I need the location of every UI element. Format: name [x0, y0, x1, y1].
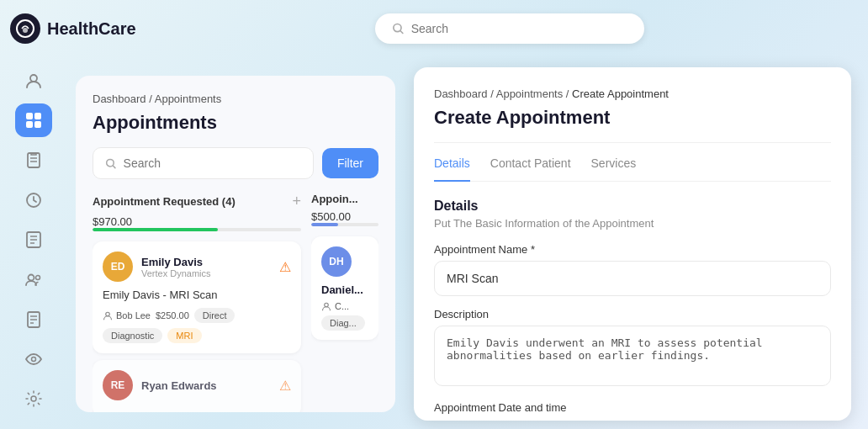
- breadcrumb-dashboard[interactable]: Dashboard: [93, 93, 146, 105]
- avatar-ryan: RE: [103, 370, 133, 400]
- sidebar-icon-settings[interactable]: [15, 383, 52, 416]
- create-breadcrumb: Dashboard / Appointments / Create Appoin…: [434, 87, 831, 100]
- add-appointment-button[interactable]: +: [292, 193, 301, 210]
- appointments-panel: Dashboard / Appointments Appointments Fi…: [76, 76, 395, 412]
- sidebar-icon-contacts[interactable]: [15, 263, 52, 296]
- sidebar-icon-notes[interactable]: [15, 223, 52, 256]
- column-header-second: Appoin...: [311, 193, 378, 205]
- app-name: HealthCare: [47, 19, 136, 39]
- svg-point-25: [106, 312, 110, 316]
- column-title-second: Appoin...: [311, 193, 358, 205]
- column-amount-requested: $970.00: [93, 215, 301, 228]
- appointment-name-input[interactable]: [434, 261, 831, 296]
- filter-button[interactable]: Filter: [322, 148, 378, 178]
- search-filter-row: Filter: [93, 147, 378, 179]
- svg-point-21: [32, 357, 36, 361]
- svg-rect-3: [26, 113, 33, 119]
- top-search-box: [375, 13, 644, 44]
- column-header-requested: Appointment Requested (4) +: [93, 193, 301, 210]
- svg-point-16: [36, 276, 40, 280]
- breadcrumb: Dashboard / Appointments: [93, 93, 378, 105]
- card-tag-pills: Diagnostic MRI: [103, 328, 291, 343]
- top-search-input[interactable]: [411, 22, 627, 35]
- top-search-area: [168, 13, 851, 44]
- card-tags-emily: Bob Lee $250.00 Direct: [103, 308, 291, 323]
- card-detail-emily: Emily Davis - MRI Scan: [103, 289, 291, 301]
- appointments-search-input[interactable]: [124, 156, 301, 170]
- tag-amount: $250.00: [156, 310, 189, 320]
- warning-icon-ryan: ⚠: [279, 378, 291, 394]
- details-section-title: Details: [434, 199, 831, 214]
- logo-icon: [10, 13, 40, 44]
- svg-point-26: [325, 303, 329, 307]
- appointment-card-emily[interactable]: ED Emily Davis Vertex Dynamics ⚠ Emily D…: [93, 241, 301, 353]
- tab-details[interactable]: Details: [434, 156, 470, 182]
- appointment-card-ryan[interactable]: RE Ryan Edwards ⚠: [93, 360, 301, 412]
- sidebar-icon-clipboard[interactable]: [15, 144, 52, 177]
- progress-bar-second: [311, 223, 378, 226]
- tag-mri: MRI: [167, 328, 201, 343]
- svg-point-2: [30, 75, 37, 82]
- tag-diag-partial: Diag...: [321, 315, 368, 330]
- appointments-title: Appointments: [93, 112, 378, 134]
- progress-fill-second: [311, 223, 338, 226]
- svg-rect-6: [34, 121, 41, 128]
- card-name-emily: Emily Davis: [141, 256, 211, 268]
- tag-type: Direct: [194, 308, 236, 323]
- svg-point-22: [31, 396, 36, 401]
- sidebar-icon-appointments[interactable]: [15, 103, 52, 136]
- appointment-name-label: Appointment Name *: [434, 243, 831, 256]
- avatar-daniel: DH: [321, 246, 352, 277]
- appointments-columns: Appointment Requested (4) + $970.00 ED E…: [93, 193, 378, 412]
- column-amount-second: $500.00: [311, 210, 378, 223]
- create-title: Create Appointment: [434, 107, 831, 143]
- progress-bar-requested: [93, 228, 301, 231]
- card-name-ryan: Ryan Edwards: [141, 379, 217, 392]
- card-name-area-ryan: Ryan Edwards: [141, 379, 217, 392]
- create-breadcrumb-appointments[interactable]: Appointments: [496, 87, 564, 100]
- tag-person: Bob Lee: [103, 310, 151, 320]
- card-company-emily: Vertex Dynamics: [141, 268, 211, 278]
- breadcrumb-current: Appointments: [155, 93, 222, 105]
- sidebar: HealthCare: [0, 0, 67, 429]
- card-name-daniel: Daniel...: [321, 283, 368, 296]
- appointments-column-second: Appoin... $500.00 DH Daniel... C...: [311, 193, 378, 412]
- tag-c: C...: [321, 301, 368, 311]
- svg-point-1: [23, 28, 28, 33]
- details-section-sub: Put The Basic Information of the Appoint…: [434, 217, 831, 230]
- sidebar-icon-user[interactable]: [15, 64, 52, 97]
- create-breadcrumb-dashboard[interactable]: Dashboard: [434, 87, 488, 100]
- column-title-requested: Appointment Requested (4): [93, 195, 236, 208]
- progress-fill-requested: [93, 228, 218, 231]
- create-breadcrumb-current: Create Appointment: [572, 87, 669, 100]
- search-box-icon: [105, 157, 117, 170]
- search-icon: [392, 22, 405, 35]
- appointment-card-daniel[interactable]: DH Daniel... C... Diag...: [311, 236, 378, 340]
- tag-person-name: Bob Lee: [116, 310, 151, 320]
- datetime-label: Appointment Date and time: [434, 401, 831, 414]
- warning-icon-emily: ⚠: [279, 259, 291, 275]
- avatar-emily: ED: [103, 252, 133, 282]
- svg-rect-5: [26, 121, 33, 128]
- card-tags-daniel: C... Diag...: [321, 301, 368, 330]
- card-top-ryan: RE Ryan Edwards ⚠: [103, 370, 291, 400]
- description-label: Description: [434, 308, 831, 320]
- sidebar-icon-documents[interactable]: [15, 303, 52, 336]
- description-textarea[interactable]: Emily Davis underwent an MRI to assess p…: [434, 326, 831, 386]
- sidebar-icon-clock[interactable]: [15, 183, 52, 216]
- card-top-daniel: DH: [321, 246, 368, 277]
- card-name-area: Emily Davis Vertex Dynamics: [141, 256, 211, 278]
- create-tabs: Details Contact Patient Services: [434, 156, 831, 182]
- svg-rect-4: [34, 113, 41, 119]
- logo-area: HealthCare: [0, 13, 67, 57]
- person-icon: [103, 310, 113, 320]
- tag-diagnostic: Diagnostic: [103, 328, 162, 343]
- sidebar-icon-eye[interactable]: [15, 342, 52, 375]
- create-appointment-panel: Dashboard / Appointments / Create Appoin…: [414, 67, 851, 421]
- appointments-search-box: [93, 147, 314, 179]
- svg-point-15: [29, 275, 34, 281]
- appointments-column-requested: Appointment Requested (4) + $970.00 ED E…: [93, 193, 301, 412]
- tab-contact[interactable]: Contact Patient: [490, 156, 571, 182]
- card-top-emily: ED Emily Davis Vertex Dynamics ⚠: [103, 252, 291, 282]
- tab-services[interactable]: Services: [591, 156, 637, 182]
